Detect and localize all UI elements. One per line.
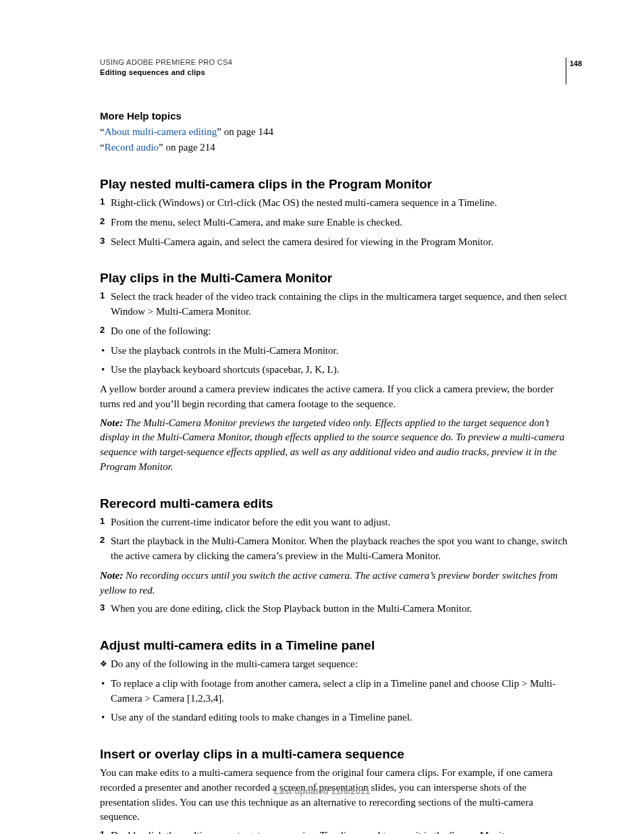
more-help-topics: More Help topics “About multi-camera edi…: [100, 110, 570, 156]
steps-list: Double-click the multi-camera target seq…: [100, 829, 570, 834]
step: Select the track header of the video tra…: [100, 290, 570, 319]
page-number: 148: [570, 59, 582, 68]
step: Select Multi-Camera again, and select th…: [100, 235, 570, 250]
note: Note: The Multi-Camera Monitor previews …: [100, 416, 570, 475]
steps-list: Right-click (Windows) or Ctrl-click (Mac…: [100, 196, 570, 249]
header-side-rule: [566, 57, 566, 84]
section-title: Play clips in the Multi-Camera Monitor: [100, 271, 570, 286]
quote-open: “: [100, 126, 105, 137]
steps-list-cont: When you are done editing, click the Sto…: [100, 602, 570, 617]
step: Do one of the following:: [100, 324, 570, 339]
header-chapter: Editing sequences and clips: [100, 68, 570, 78]
section-title: Adjust multi-camera edits in a Timeline …: [100, 638, 570, 653]
diamond-item: Do any of the following in the multi-cam…: [100, 657, 570, 672]
running-header: USING ADOBE PREMIERE PRO CS4 Editing seq…: [100, 57, 570, 78]
section-play-clips: Play clips in the Multi-Camera Monitor S…: [100, 271, 570, 474]
section-play-nested: Play nested multi-camera clips in the Pr…: [100, 177, 570, 249]
bullet: Use any of the standard editing tools to…: [100, 710, 570, 725]
steps-list: Position the current-time indicator befo…: [100, 515, 570, 564]
more-help-title: More Help topics: [100, 110, 570, 122]
link-record-audio[interactable]: Record audio: [105, 142, 159, 153]
step: When you are done editing, click the Sto…: [100, 602, 570, 617]
note-body: No recording occurs until you switch the…: [100, 570, 558, 596]
quote-open: “: [100, 142, 105, 153]
footer-updated: Last updated 11/6/2011: [0, 786, 644, 796]
section-title: Rerecord multi-camera edits: [100, 496, 570, 511]
bullet: Use the playback keyboard shortcuts (spa…: [100, 363, 570, 377]
bullet-list: To replace a clip with footage from anot…: [100, 677, 570, 725]
diamond-list: Do any of the following in the multi-cam…: [100, 657, 570, 672]
link-suffix: ” on page 214: [159, 142, 215, 153]
section-title: Play nested multi-camera clips in the Pr…: [100, 177, 570, 192]
more-help-item: “About multi-camera editing” on page 144: [100, 124, 570, 140]
bullet-list: Use the playback controls in the Multi-C…: [100, 344, 570, 378]
bullet: Use the playback controls in the Multi-C…: [100, 344, 570, 359]
bullet: To replace a clip with footage from anot…: [100, 677, 570, 706]
note-label: Note:: [100, 570, 123, 581]
section-title: Insert or overlay clips in a multi-camer…: [100, 747, 570, 762]
steps-list: Select the track header of the video tra…: [100, 290, 570, 338]
step: Position the current-time indicator befo…: [100, 515, 570, 530]
header-product: USING ADOBE PREMIERE PRO CS4: [100, 57, 570, 68]
step: Start the playback in the Multi-Camera M…: [100, 534, 570, 564]
section-rerecord: Rerecord multi-camera edits Position the…: [100, 496, 570, 617]
paragraph: A yellow border around a camera preview …: [100, 382, 570, 412]
note-body: The Multi-Camera Monitor previews the ta…: [100, 417, 564, 472]
more-help-item: “Record audio” on page 214: [100, 140, 570, 155]
section-adjust-timeline: Adjust multi-camera edits in a Timeline …: [100, 638, 570, 725]
link-suffix: ” on page 144: [217, 126, 273, 137]
step: Right-click (Windows) or Ctrl-click (Mac…: [100, 196, 570, 211]
step: From the menu, select Multi-Camera, and …: [100, 215, 570, 230]
note-label: Note:: [100, 417, 123, 428]
page: 148 USING ADOBE PREMIERE PRO CS4 Editing…: [0, 0, 644, 834]
step: Double-click the multi-camera target seq…: [100, 829, 570, 834]
note: Note: No recording occurs until you swit…: [100, 569, 570, 598]
link-about-multicam[interactable]: About multi-camera editing: [105, 126, 217, 137]
